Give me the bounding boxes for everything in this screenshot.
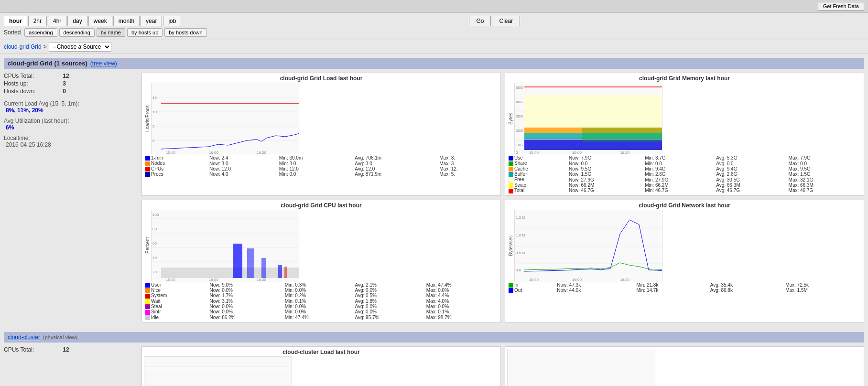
top-bar: Get Fresh Data: [0, 0, 868, 13]
memory-chart-title: cloud-grid Grid Memory last hour: [507, 75, 862, 82]
tab-day[interactable]: day: [67, 16, 87, 26]
grid-stats: CPUs Total: 12 Hosts up: 3 Hosts down: 0…: [4, 73, 138, 322]
svg-text:100: 100: [152, 213, 159, 217]
svg-text:10G: 10G: [516, 143, 523, 147]
tab-week[interactable]: week: [88, 16, 112, 26]
load-chart-svg: 15 10 5 0 15:40 16:00: [151, 83, 299, 154]
svg-text:40G: 40G: [516, 100, 523, 104]
memory-chart: cloud-grid Grid Memory last hour Bytes 5: [505, 73, 864, 196]
cpu-chart: cloud-grid Grid CPU last hour Percent 10: [141, 200, 501, 323]
cluster-load-chart: cloud-cluster Load last hour: [141, 346, 501, 386]
avg-util-label: Avg Utilization (last hour):: [4, 118, 69, 124]
grid-section-header: cloud-grid Grid (1 sources) (tree view): [4, 58, 864, 69]
svg-text:16:00: 16:00: [209, 278, 219, 281]
svg-text:16:20: 16:20: [620, 278, 630, 281]
svg-text:1.0 M: 1.0 M: [516, 233, 525, 237]
tree-view-link[interactable]: (tree view): [90, 60, 117, 67]
breadcrumb-separator: >: [43, 43, 47, 50]
svg-rect-42: [233, 244, 242, 278]
svg-text:16:20: 16:20: [257, 150, 267, 154]
svg-text:20G: 20G: [516, 129, 523, 133]
cluster-load-chart-title: cloud-cluster Load last hour: [144, 349, 499, 355]
tab-job[interactable]: job: [163, 16, 181, 26]
svg-text:20: 20: [152, 270, 157, 274]
cluster-cpus-total-value: 12: [63, 346, 69, 353]
hosts-down-row: Hosts down: 0: [4, 88, 138, 95]
current-load-values: 8%, 11%, 20%: [6, 107, 43, 114]
network-y-label: Bytes/sec: [507, 210, 514, 281]
cpu-y-label: Percent: [144, 210, 151, 281]
svg-text:15: 15: [152, 96, 157, 100]
clear-button[interactable]: Clear: [492, 16, 520, 26]
tab-month[interactable]: month: [113, 16, 140, 26]
tab-hour[interactable]: hour: [4, 16, 27, 26]
tab-4hr[interactable]: 4hr: [48, 16, 66, 26]
cluster-cpus-total-label: CPUs Total:: [4, 346, 61, 353]
cpus-total-row: CPUs Total: 12: [4, 73, 138, 79]
svg-text:0: 0: [152, 139, 155, 143]
cluster-section: cloud-cluster (physical view) CPUs Total…: [4, 332, 864, 386]
tab-year[interactable]: year: [141, 16, 162, 26]
sort-by-hosts-up[interactable]: by hosts up: [127, 28, 163, 37]
cpus-total-label: CPUs Total:: [4, 73, 61, 79]
get-fresh-data-button[interactable]: Get Fresh Data: [818, 2, 864, 11]
sort-descending[interactable]: descending: [59, 28, 95, 37]
svg-text:0.0: 0.0: [516, 268, 521, 272]
current-load: Current Load Avg (15, 5, 1m): 8%, 11%, 2…: [4, 100, 138, 114]
cluster-load-svg: [144, 356, 292, 386]
tab-2hr[interactable]: 2hr: [28, 16, 47, 26]
memory-chart-legend: Use Now: 7.9GMin: 3.7GAvg: 5.3GMax: 7.9G…: [507, 155, 862, 193]
cpu-chart-svg: 100 80 60 40 20: [151, 210, 299, 281]
network-chart-legend: In Now: 47.3kMin: 21.8kAvg: 35.4kMax: 72…: [507, 282, 862, 293]
svg-rect-43: [247, 248, 254, 278]
svg-text:0.5 M: 0.5 M: [516, 251, 525, 255]
memory-y-label: Bytes: [507, 83, 514, 154]
svg-text:5: 5: [152, 124, 155, 129]
localtime: Localtime: 2016-04-25 16:28: [4, 135, 138, 148]
load-chart-legend: 1-min Now: 2.4Min: 30.0mAvg: 706.1mMax: …: [144, 155, 499, 177]
svg-text:15:40: 15:40: [166, 278, 176, 281]
sort-label: Sorted: [4, 29, 21, 36]
sort-ascending[interactable]: ascending: [24, 28, 57, 37]
cpu-chart-legend: User Now: 9.0%Min: 0.3%Avg: 2.1%Max: 47.…: [144, 282, 499, 321]
load-chart: cloud-grid Grid Load last hour Loads/Pro…: [141, 73, 501, 196]
hosts-up-label: Hosts up:: [4, 80, 61, 87]
cpu-chart-title: cloud-grid Grid CPU last hour: [144, 202, 499, 209]
svg-rect-45: [278, 265, 282, 278]
hosts-down-value: 0: [63, 88, 66, 95]
breadcrumb: cloud-grid Grid > --Choose a Source: [0, 40, 868, 54]
cluster-stats: CPUs Total: 12: [4, 346, 138, 386]
cluster-phys-view: (physical view): [43, 334, 77, 340]
memory-chart-svg: 50G 40G 30G 20G 10G 0: [514, 83, 662, 154]
svg-text:60: 60: [152, 241, 157, 246]
go-button[interactable]: Go: [469, 16, 491, 26]
hosts-up-row: Hosts up: 3: [4, 80, 138, 87]
localtime-label: Localtime:: [4, 135, 30, 141]
grid-section-body: CPUs Total: 12 Hosts up: 3 Hosts down: 0…: [4, 69, 864, 326]
load-y-label: Loads/Procs: [144, 83, 151, 154]
svg-rect-46: [284, 267, 287, 278]
current-load-label: Current Load Avg (15, 5, 1m):: [4, 100, 79, 107]
source-select[interactable]: --Choose a Source: [49, 42, 111, 52]
time-tab-row: hour 2hr 4hr day week month year job Go …: [4, 16, 864, 26]
main-content: cloud-grid Grid (1 sources) (tree view) …: [0, 54, 868, 386]
breadcrumb-grid-link[interactable]: cloud-grid Grid: [4, 43, 42, 50]
grid-section: cloud-grid Grid (1 sources) (tree view) …: [4, 58, 864, 326]
svg-rect-44: [261, 258, 266, 278]
cluster-title-link[interactable]: cloud-cluster: [8, 334, 40, 341]
cluster-memory-svg: [507, 349, 655, 386]
toolbar: hour 2hr 4hr day week month year job Go …: [0, 13, 868, 40]
svg-text:1.5 M: 1.5 M: [516, 215, 525, 220]
avg-util-value: 6%: [6, 124, 14, 131]
svg-text:15:40: 15:40: [529, 278, 539, 281]
grid-section-title: cloud-grid Grid (1 sources): [8, 60, 87, 67]
avg-util: Avg Utilization (last hour): 6%: [4, 118, 138, 131]
sort-by-hosts-down[interactable]: by hosts down: [164, 28, 206, 37]
cluster-cpus-total-row: CPUs Total: 12: [4, 346, 138, 353]
sort-by-name[interactable]: by name: [97, 28, 125, 37]
svg-text:10: 10: [152, 110, 157, 114]
hosts-down-label: Hosts down:: [4, 88, 61, 95]
svg-text:16:00: 16:00: [572, 278, 582, 281]
svg-text:50G: 50G: [516, 86, 523, 90]
svg-text:15:40: 15:40: [529, 150, 539, 154]
